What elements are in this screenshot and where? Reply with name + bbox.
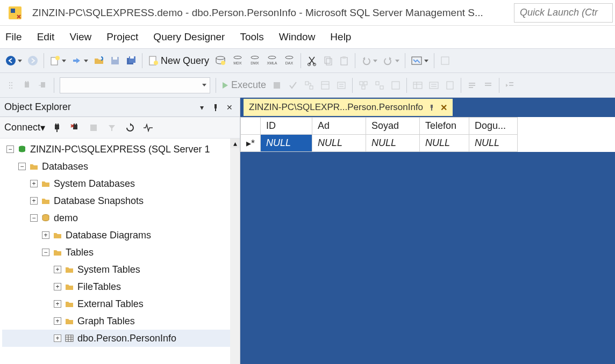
svg-rect-52 [376, 82, 379, 85]
svg-rect-1 [11, 9, 15, 13]
results-text-button[interactable] [426, 77, 441, 94]
grid-new-row[interactable]: ▸* NULL NULL NULL NULL NULL [241, 135, 518, 152]
panel-dropdown-button[interactable]: ▾ [196, 101, 208, 113]
stop-icon[interactable] [87, 121, 100, 134]
client-stats-button[interactable] [388, 77, 403, 94]
open-folder-button[interactable] [91, 52, 106, 69]
comment-button[interactable] [464, 77, 480, 94]
svg-point-13 [216, 56, 225, 60]
svg-rect-28 [342, 56, 346, 59]
tree-system-tables-node[interactable]: +System Tables [2, 261, 240, 278]
svg-rect-50 [364, 82, 367, 85]
menu-window[interactable]: Window [279, 31, 316, 43]
tree-database-snapshots-node[interactable]: +Database Snapshots [2, 192, 240, 209]
disconnect-icon[interactable] [69, 121, 82, 134]
paste-button[interactable] [337, 52, 352, 69]
cell-soyad[interactable]: NULL [366, 135, 420, 152]
live-stats-button[interactable] [372, 77, 387, 94]
new-query-button[interactable]: New Query [146, 52, 211, 69]
object-explorer-tree[interactable]: −ZINZIN-PC\SQLEXPRESS (SQL Server 1 −Dat… [0, 139, 240, 364]
col-header-telefon[interactable]: Telefon [420, 118, 469, 135]
copy-button[interactable] [320, 52, 335, 69]
connect-button[interactable]: Connect ▾ [4, 122, 45, 134]
menu-tools[interactable]: Tools [240, 31, 263, 43]
open-arrow-button[interactable] [69, 52, 90, 69]
svg-rect-86 [431, 105, 433, 108]
stop-button[interactable] [269, 77, 284, 94]
panel-close-button[interactable]: ✕ [224, 101, 235, 113]
tree-tables-node[interactable]: −Tables [2, 244, 240, 261]
db-query-a-button[interactable] [212, 52, 228, 69]
row-header-corner[interactable] [241, 118, 261, 135]
cell-ad[interactable]: NULL [312, 135, 366, 152]
menu-view[interactable]: View [69, 31, 91, 43]
svg-point-3 [28, 56, 38, 65]
scroll-up-icon[interactable]: ▴ [230, 139, 240, 148]
tree-databases-node[interactable]: −Databases [2, 158, 240, 175]
execute-button[interactable]: Execute [219, 77, 268, 94]
new-item-button[interactable] [47, 52, 68, 69]
menu-edit[interactable]: Edit [37, 31, 55, 43]
tree-external-tables-node[interactable]: +External Tables [2, 295, 240, 312]
results-file-button[interactable] [442, 77, 457, 94]
refresh-icon[interactable] [124, 121, 137, 134]
col-header-dogu[interactable]: Dogu... [469, 118, 518, 135]
panel-pin-button[interactable] [210, 101, 221, 113]
tree-scrollbar[interactable]: ▴ [230, 139, 240, 364]
quick-launch-input[interactable] [514, 3, 613, 23]
row-selector[interactable]: ▸* [241, 135, 261, 152]
activity-icon[interactable] [142, 121, 155, 134]
database-combo[interactable] [60, 77, 210, 93]
redo-button[interactable] [381, 52, 402, 69]
tree-database-diagrams-node[interactable]: +Database Diagrams [2, 227, 240, 244]
menu-project[interactable]: Project [106, 31, 138, 43]
extra-button[interactable] [438, 52, 453, 69]
indent-less-button[interactable] [503, 77, 518, 94]
cell-dogu[interactable]: NULL [469, 135, 518, 152]
plug-connect-icon[interactable] [51, 121, 63, 134]
tree-filetables-node[interactable]: +FileTables [2, 278, 240, 295]
results-grid-button[interactable] [410, 77, 425, 94]
plug-connect-button[interactable] [19, 77, 34, 94]
cell-telefon[interactable]: NULL [420, 135, 469, 152]
tab-close-icon[interactable]: ✕ [440, 103, 447, 113]
parse-button[interactable] [285, 77, 301, 94]
intellisense-button[interactable] [334, 77, 349, 94]
nav-back-button[interactable] [3, 52, 24, 69]
diagram-button[interactable] [409, 52, 431, 69]
tree-server-node[interactable]: −ZINZIN-PC\SQLEXPRESS (SQL Server 1 [2, 141, 240, 158]
db-dax-button[interactable]: DAX [281, 52, 297, 69]
undo-button[interactable] [359, 52, 380, 69]
filter-icon[interactable] [105, 121, 118, 134]
change-connection-button[interactable] [35, 77, 51, 94]
tree-person-table-node[interactable]: +dbo.Person.PersonInfo [2, 330, 240, 347]
col-header-ad[interactable]: Ad [312, 118, 366, 135]
data-grid[interactable]: ID Ad Soyad Telefon Dogu... ▸* NULL NULL… [240, 117, 615, 152]
uncomment-button[interactable] [481, 77, 496, 94]
query-options-button[interactable] [318, 77, 333, 94]
db-mdx-button[interactable]: MDX [230, 52, 246, 69]
svg-point-35 [11, 85, 12, 86]
nav-forward-button[interactable] [25, 52, 40, 69]
actual-plan-button[interactable] [356, 77, 371, 94]
estimated-plan-button[interactable] [302, 77, 317, 94]
save-all-button[interactable] [124, 52, 139, 69]
menu-help[interactable]: Help [330, 31, 351, 43]
tab-pin-icon[interactable] [428, 104, 435, 111]
save-button[interactable] [108, 52, 123, 69]
col-header-soyad[interactable]: Soyad [366, 118, 420, 135]
tree-system-databases-node[interactable]: +System Databases [2, 175, 240, 192]
tree-graph-tables-node[interactable]: +Graph Tables [2, 312, 240, 330]
folder-icon [53, 247, 62, 257]
db-xmla-button[interactable]: XMLA [264, 52, 280, 69]
cell-id[interactable]: NULL [261, 135, 312, 152]
svg-rect-78 [90, 125, 97, 131]
tab-person-info[interactable]: ZINZIN-PC\SQLEXPR...Person.PersonInfo ✕ [244, 99, 453, 116]
menu-query-designer[interactable]: Query Designer [153, 31, 225, 43]
col-header-id[interactable]: ID [261, 118, 312, 135]
db-dmx-button[interactable]: DMX [247, 52, 263, 69]
tree-demo-db-node[interactable]: −demo [2, 209, 240, 227]
cut-button[interactable] [304, 52, 319, 69]
menu-file[interactable]: File [5, 31, 22, 43]
app-icon [4, 2, 26, 24]
